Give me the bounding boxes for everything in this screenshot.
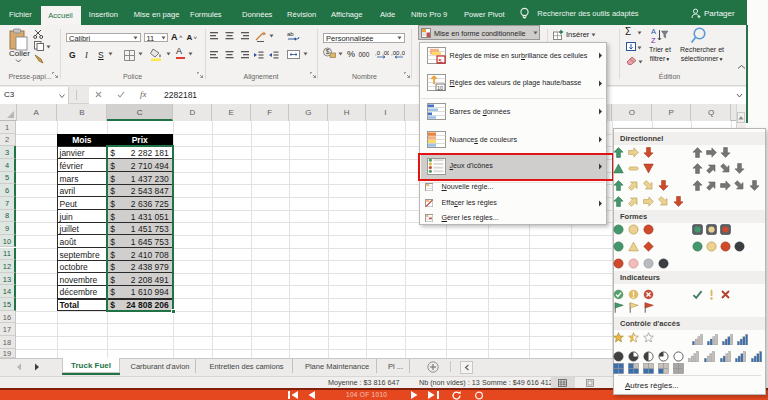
svg-text:ab: ab bbox=[287, 31, 294, 37]
svg-text:,0: ,0 bbox=[400, 50, 405, 56]
svg-text:,00: ,00 bbox=[382, 50, 389, 56]
svg-text:10: 10 bbox=[437, 85, 443, 91]
svg-text:Z: Z bbox=[651, 36, 656, 44]
svg-text:$: $ bbox=[326, 48, 330, 55]
svg-text:,00: ,00 bbox=[391, 50, 400, 56]
svg-text:A: A bbox=[651, 27, 656, 36]
svg-text:,0: ,0 bbox=[375, 50, 381, 56]
svg-text:5,: 5, bbox=[438, 57, 443, 63]
